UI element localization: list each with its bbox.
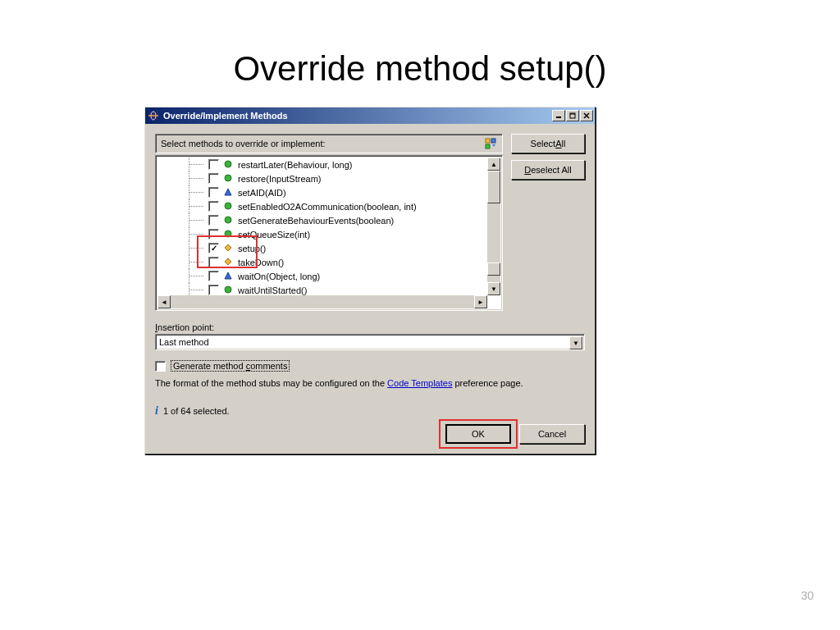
hint-text: The format of the method stubs may be co…: [155, 378, 585, 388]
chevron-down-icon[interactable]: ▼: [569, 336, 582, 349]
method-row[interactable]: waitUntilStarted(): [158, 283, 487, 295]
method-tree[interactable]: restartLater(Behaviour, long)restore(Inp…: [155, 155, 503, 311]
method-row[interactable]: setEnabledO2ACommunication(boolean, int): [158, 199, 487, 213]
tree-branch-icon: [158, 227, 208, 241]
scroll-down-button[interactable]: ▼: [487, 282, 500, 295]
method-visibility-icon: [224, 188, 234, 198]
method-visibility-icon: [224, 244, 234, 253]
maximize-button[interactable]: [566, 110, 579, 121]
deselect-all-button[interactable]: Deselect All: [511, 160, 585, 180]
method-visibility-icon: [224, 230, 234, 240]
svg-point-12: [225, 175, 231, 181]
method-checkbox[interactable]: [208, 173, 219, 184]
tree-branch-icon: [158, 283, 208, 295]
method-name: setup(): [238, 244, 266, 253]
scroll-stepper-button[interactable]: [487, 262, 500, 276]
method-visibility-icon: [224, 285, 234, 295]
dialog-title: Override/Implement Methods: [163, 111, 552, 121]
method-name: restore(InputStream): [238, 174, 321, 184]
svg-point-15: [225, 231, 231, 237]
method-row[interactable]: restore(InputStream): [158, 171, 487, 185]
vertical-scrollbar[interactable]: ▲ ▼: [487, 158, 500, 295]
method-visibility-icon: [224, 202, 234, 212]
selection-status: 1 of 64 selected.: [163, 406, 230, 416]
override-dialog: Override/Implement Methods Select method…: [144, 107, 596, 454]
scroll-right-button[interactable]: ►: [474, 295, 487, 308]
ok-button[interactable]: OK: [445, 424, 511, 444]
svg-point-16: [225, 286, 231, 293]
method-row[interactable]: setAID(AID): [158, 185, 487, 199]
instruction-label: Select methods to override or implement:: [155, 134, 503, 153]
method-checkbox[interactable]: [208, 229, 219, 240]
info-icon: i: [155, 404, 158, 418]
svg-point-13: [225, 203, 231, 209]
tree-branch-icon: [158, 269, 208, 283]
expand-all-icon[interactable]: [484, 137, 497, 150]
tree-branch-icon: [158, 171, 208, 185]
svg-point-11: [225, 161, 231, 167]
method-name: setEnabledO2ACommunication(boolean, int): [238, 202, 417, 212]
svg-rect-10: [486, 144, 490, 148]
method-name: takeDown(): [238, 258, 284, 267]
page-number: 30: [801, 589, 814, 602]
insertion-point-combo[interactable]: Last method ▼: [155, 334, 585, 350]
horizontal-scrollbar[interactable]: ◄ ►: [158, 295, 487, 308]
svg-point-14: [225, 217, 231, 223]
eclipse-icon: [147, 109, 160, 122]
method-row[interactable]: takeDown(): [158, 255, 487, 269]
method-name: setQueueSize(int): [238, 230, 310, 240]
tree-branch-icon: [158, 255, 208, 269]
scroll-thumb[interactable]: [487, 171, 500, 203]
titlebar[interactable]: Override/Implement Methods: [145, 107, 595, 124]
method-name: setGenerateBehaviourEvents(boolean): [238, 216, 394, 226]
scroll-up-button[interactable]: ▲: [487, 158, 500, 171]
method-visibility-icon: [224, 258, 234, 267]
method-checkbox[interactable]: [208, 257, 219, 267]
method-row[interactable]: setGenerateBehaviourEvents(boolean): [158, 213, 487, 227]
method-visibility-icon: [224, 216, 234, 226]
method-name: waitUntilStarted(): [238, 285, 307, 295]
method-visibility-icon: [224, 272, 234, 281]
method-checkbox[interactable]: [208, 285, 219, 295]
method-row[interactable]: restartLater(Behaviour, long): [158, 158, 487, 171]
method-name: setAID(AID): [238, 188, 286, 198]
tree-branch-icon: [158, 185, 208, 199]
insertion-point-label: Insertion point:: [155, 322, 585, 332]
method-checkbox[interactable]: [208, 243, 219, 253]
method-name: restartLater(Behaviour, long): [238, 160, 352, 170]
generate-comments-checkbox[interactable]: [155, 361, 166, 372]
method-name: waitOn(Object, long): [238, 272, 320, 281]
minimize-button[interactable]: [552, 110, 565, 121]
tree-branch-icon: [158, 213, 208, 227]
cancel-button[interactable]: Cancel: [519, 424, 585, 444]
method-visibility-icon: [224, 174, 234, 184]
method-row[interactable]: setup(): [158, 241, 487, 255]
slide-title: Override method setup(): [0, 0, 840, 89]
method-visibility-icon: [224, 160, 234, 170]
svg-rect-9: [491, 139, 495, 143]
insertion-point-value: Last method: [159, 337, 209, 347]
tree-branch-icon: [158, 158, 208, 171]
code-templates-link[interactable]: Code Templates: [387, 378, 452, 388]
method-checkbox[interactable]: [208, 271, 219, 281]
scroll-left-button[interactable]: ◄: [158, 295, 171, 308]
method-checkbox[interactable]: [208, 187, 219, 198]
tree-branch-icon: [158, 241, 208, 255]
method-checkbox[interactable]: [208, 215, 219, 226]
close-button[interactable]: [580, 110, 593, 121]
select-all-button[interactable]: Select All: [511, 134, 585, 153]
method-checkbox[interactable]: [208, 201, 219, 212]
method-row[interactable]: setQueueSize(int): [158, 227, 487, 241]
svg-rect-8: [486, 139, 490, 143]
method-checkbox[interactable]: [208, 159, 219, 170]
tree-branch-icon: [158, 199, 208, 213]
generate-comments-label: Generate method comments: [171, 360, 290, 372]
method-row[interactable]: waitOn(Object, long): [158, 269, 487, 283]
instruction-text: Select methods to override or implement:: [161, 139, 326, 148]
